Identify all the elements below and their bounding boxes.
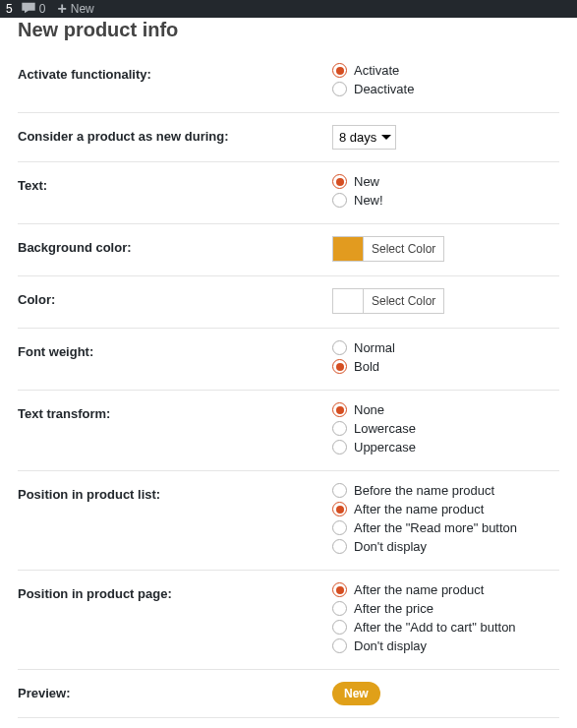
- setting-position-page: Position in product page: After the name…: [18, 571, 559, 670]
- radio-icon: [332, 359, 347, 374]
- radio-label: After the name product: [354, 582, 484, 597]
- settings-section: Activate functionality: ActivateDeactiva…: [18, 51, 559, 718]
- setting-label: Text:: [18, 174, 332, 212]
- radio-option[interactable]: Uppercase: [332, 440, 559, 455]
- setting-controls: New: [332, 682, 559, 705]
- setting-activate: Activate functionality: ActivateDeactiva…: [18, 51, 559, 113]
- setting-consider-new: Consider a product as new during: 8 days: [18, 113, 559, 162]
- select-days[interactable]: 8 days: [332, 125, 396, 150]
- radio-label: Uppercase: [354, 440, 416, 455]
- setting-font-weight: Font weight: NormalBold: [18, 329, 559, 391]
- setting-bg-color: Background color: Select Color: [18, 224, 559, 276]
- radio-label: Lowercase: [354, 421, 416, 436]
- radio-icon: [332, 193, 347, 208]
- setting-controls: NormalBold: [332, 340, 559, 378]
- setting-text: Text: NewNew!: [18, 162, 559, 224]
- setting-label: Consider a product as new during:: [18, 125, 332, 150]
- radio-option[interactable]: Lowercase: [332, 421, 559, 436]
- page-title: New product info: [18, 18, 559, 51]
- setting-label: Activate functionality:: [18, 63, 332, 100]
- radio-label: Activate: [354, 63, 399, 78]
- plus-icon: +: [57, 0, 66, 18]
- content: New product info Activate functionality:…: [0, 18, 577, 728]
- radio-label: Bold: [354, 359, 379, 374]
- radio-icon: [332, 421, 347, 436]
- radio-label: After the name product: [354, 502, 484, 516]
- radio-label: Before the name product: [354, 483, 494, 498]
- setting-position-list: Position in product list: Before the nam…: [18, 471, 559, 571]
- radio-label: Don't display: [354, 539, 427, 554]
- setting-label: Text transform:: [18, 402, 332, 458]
- radio-label: New: [354, 174, 379, 189]
- preview-badge: New: [332, 682, 380, 705]
- setting-label: Position in product page:: [18, 582, 332, 657]
- color-swatch: [333, 289, 363, 313]
- radio-option[interactable]: Don't display: [332, 539, 559, 554]
- setting-controls: NewNew!: [332, 174, 559, 212]
- admin-bar: 5 0 + New: [0, 0, 577, 18]
- radio-icon: [332, 539, 347, 554]
- setting-controls: NoneLowercaseUppercase: [332, 402, 559, 458]
- radio-option[interactable]: After the name product: [332, 502, 559, 516]
- comment-icon: [21, 0, 36, 19]
- setting-text-transform: Text transform: NoneLowercaseUppercase: [18, 391, 559, 471]
- color-picker-bg[interactable]: Select Color: [332, 236, 444, 262]
- admin-bar-new-label: New: [71, 2, 94, 16]
- setting-color: Color: Select Color: [18, 276, 559, 329]
- radio-option[interactable]: Activate: [332, 63, 559, 78]
- radio-icon: [332, 82, 347, 96]
- radio-label: None: [354, 402, 384, 417]
- setting-label: Preview:: [18, 682, 332, 705]
- radio-icon: [332, 620, 347, 635]
- radio-icon: [332, 601, 347, 616]
- setting-preview: Preview: New: [18, 670, 559, 717]
- radio-icon: [332, 340, 347, 355]
- radio-icon: [332, 483, 347, 498]
- radio-option[interactable]: None: [332, 402, 559, 417]
- admin-bar-comments[interactable]: 0: [21, 0, 46, 19]
- radio-option[interactable]: New: [332, 174, 559, 189]
- radio-option[interactable]: After the "Add to cart" button: [332, 620, 559, 635]
- radio-label: After the "Add to cart" button: [354, 620, 516, 635]
- radio-label: Don't display: [354, 638, 427, 653]
- radio-option[interactable]: Bold: [332, 359, 559, 374]
- comment-count: 0: [39, 2, 46, 16]
- radio-icon: [332, 174, 347, 189]
- radio-label: Deactivate: [354, 82, 414, 96]
- setting-controls: After the name productAfter the priceAft…: [332, 582, 559, 657]
- radio-option[interactable]: After the price: [332, 601, 559, 616]
- select-color-button[interactable]: Select Color: [363, 237, 443, 261]
- setting-label: Font weight:: [18, 340, 332, 378]
- radio-option[interactable]: After the name product: [332, 582, 559, 597]
- radio-option[interactable]: Deactivate: [332, 82, 559, 96]
- admin-bar-count[interactable]: 5: [6, 2, 13, 16]
- radio-option[interactable]: Before the name product: [332, 483, 559, 498]
- radio-option[interactable]: New!: [332, 193, 559, 208]
- radio-icon: [332, 63, 347, 78]
- radio-icon: [332, 638, 347, 653]
- radio-icon: [332, 502, 347, 516]
- radio-option[interactable]: Don't display: [332, 638, 559, 653]
- setting-label: Color:: [18, 288, 332, 316]
- setting-controls: Select Color: [332, 236, 559, 264]
- setting-controls: Select Color: [332, 288, 559, 316]
- setting-controls: 8 days: [332, 125, 559, 150]
- radio-option[interactable]: Normal: [332, 340, 559, 355]
- radio-icon: [332, 402, 347, 417]
- radio-label: New!: [354, 193, 383, 208]
- radio-label: After the price: [354, 601, 433, 616]
- color-swatch: [333, 237, 363, 261]
- radio-label: Normal: [354, 340, 395, 355]
- setting-controls: ActivateDeactivate: [332, 63, 559, 100]
- setting-controls: Before the name productAfter the name pr…: [332, 483, 559, 558]
- setting-label: Position in product list:: [18, 483, 332, 558]
- radio-icon: [332, 440, 347, 455]
- radio-label: After the "Read more" button: [354, 520, 517, 535]
- setting-label: Background color:: [18, 236, 332, 264]
- radio-icon: [332, 520, 347, 535]
- radio-icon: [332, 582, 347, 597]
- select-color-button[interactable]: Select Color: [363, 289, 443, 313]
- admin-bar-new[interactable]: + New: [57, 0, 93, 18]
- color-picker-fg[interactable]: Select Color: [332, 288, 444, 314]
- radio-option[interactable]: After the "Read more" button: [332, 520, 559, 535]
